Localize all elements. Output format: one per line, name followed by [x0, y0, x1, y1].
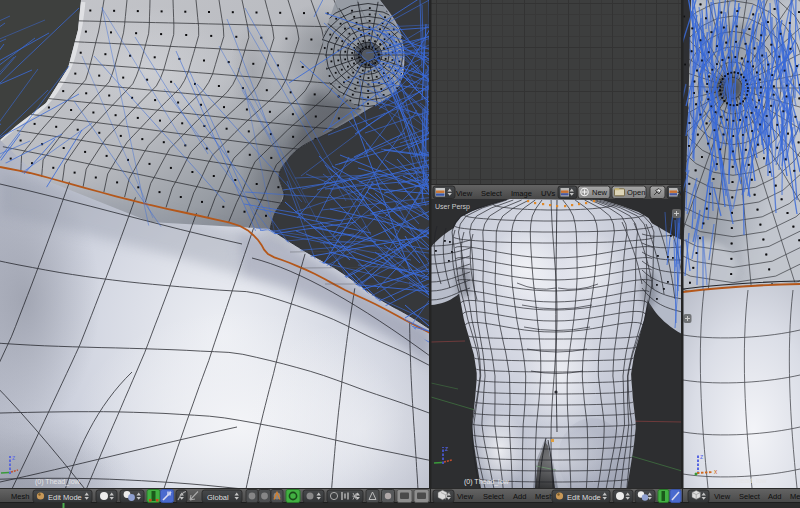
svg-text:(0) Thead_low: (0) Thead_low — [35, 478, 81, 486]
svg-text:Select: Select — [739, 492, 761, 501]
svg-text:Mesh: Mesh — [11, 492, 29, 501]
svg-text:New: New — [592, 188, 608, 197]
svg-text:View: View — [457, 492, 474, 501]
svg-text:UVs: UVs — [541, 189, 555, 198]
svg-text:Select: Select — [481, 189, 503, 198]
svg-text:z: z — [700, 453, 703, 460]
svg-text:Open: Open — [627, 188, 645, 197]
svg-text:Select: Select — [483, 492, 505, 501]
svg-text:Edit Mode: Edit Mode — [567, 493, 601, 502]
svg-text:z: z — [445, 445, 448, 452]
svg-text:(0) Thead_low: (0) Thead_low — [464, 478, 510, 486]
svg-text:z: z — [12, 454, 15, 461]
svg-text:Add: Add — [768, 492, 781, 501]
svg-text:User Persp: User Persp — [435, 203, 470, 211]
svg-text:Add: Add — [513, 492, 526, 501]
svg-text:View: View — [456, 189, 473, 198]
svg-text:Image: Image — [511, 189, 532, 198]
svg-text:View: View — [714, 492, 731, 501]
svg-text:(0) Thead_low: (0) Thead_low — [722, 477, 768, 485]
svg-text:Me: Me — [790, 492, 800, 501]
svg-text:Global: Global — [207, 493, 229, 502]
svg-text:Mesh: Mesh — [535, 492, 553, 501]
svg-text:Edit Mode: Edit Mode — [48, 493, 82, 502]
